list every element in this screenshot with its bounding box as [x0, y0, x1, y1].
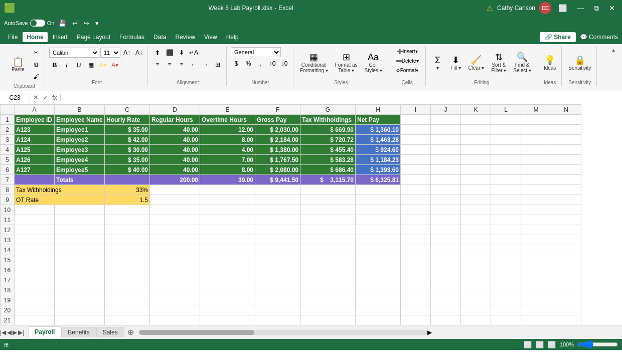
cell-reference-box[interactable]: C23 [0, 94, 30, 101]
indent-dec-button[interactable]: ← [188, 59, 199, 70]
cell-h5[interactable]: $ 1,184.23 [356, 155, 401, 165]
cell-a5[interactable]: A126 [15, 155, 55, 165]
cell-m2[interactable] [521, 125, 551, 135]
sheet-scroll-prev[interactable]: ◀ [7, 329, 12, 336]
col-header-a[interactable]: A [15, 105, 55, 115]
cell-styles-button[interactable]: Aa CellStyles ▾ [362, 51, 385, 75]
cell-f6[interactable]: $ 2,080.00 [255, 165, 300, 175]
cell-k1[interactable] [461, 115, 491, 125]
align-bottom-button[interactable]: ⬇ [176, 47, 187, 58]
col-header-b[interactable]: B [55, 105, 105, 115]
undo-button[interactable]: ↩ [70, 19, 80, 28]
minimize-button[interactable]: — [574, 3, 587, 13]
percent-button[interactable]: % [243, 58, 254, 69]
cell-h6[interactable]: $ 1,393.60 [356, 165, 401, 175]
decrease-font-button[interactable]: A↓ [133, 47, 144, 58]
col-header-c[interactable]: C [105, 105, 150, 115]
cell-m5[interactable] [521, 155, 551, 165]
conditional-formatting-button[interactable]: ▦ ConditionalFormatting ▾ [297, 51, 331, 75]
autosum-button[interactable]: Σ ▾ [430, 54, 446, 72]
cell-m4[interactable] [521, 145, 551, 155]
italic-button[interactable]: I [61, 60, 72, 71]
col-header-g[interactable]: G [300, 105, 356, 115]
cell-i9[interactable] [401, 195, 431, 205]
menu-help[interactable]: Help [222, 32, 243, 42]
customize-quick-access[interactable]: ▾ [93, 19, 101, 28]
cell-j7[interactable] [431, 175, 461, 185]
cell-c6[interactable]: $ 40.00 [105, 165, 150, 175]
cell-i7[interactable] [401, 175, 431, 185]
row-num-1[interactable]: 1 [1, 115, 15, 125]
menu-insert[interactable]: Insert [49, 32, 72, 42]
dec-dec-button[interactable]: ↓0 [279, 58, 290, 69]
row-num-2[interactable]: 2 [1, 125, 15, 135]
cell-d9[interactable] [150, 195, 200, 205]
cell-c2[interactable]: $ 35.00 [105, 125, 150, 135]
cell-i8[interactable] [401, 185, 431, 195]
cell-k6[interactable] [461, 165, 491, 175]
align-right-button[interactable]: ≡ [176, 59, 187, 70]
grid-wrapper[interactable]: A B C D E F G H I J K L M N [0, 104, 622, 325]
cell-b4[interactable]: Employee3 [55, 145, 105, 155]
cell-i2[interactable] [401, 125, 431, 135]
menu-home[interactable]: Home [23, 32, 47, 42]
cell-d4[interactable]: 40.00 [150, 145, 200, 155]
maximize-button[interactable]: ⧉ [591, 3, 602, 14]
row-num-9[interactable]: 9 [1, 195, 15, 205]
cell-k8[interactable] [461, 185, 491, 195]
underline-button[interactable]: U [73, 60, 84, 71]
cell-d8[interactable] [150, 185, 200, 195]
border-button[interactable]: ▦ [85, 60, 96, 71]
cell-c5[interactable]: $ 35.00 [105, 155, 150, 165]
sheet-tab-sales[interactable]: Sales [96, 327, 124, 337]
cell-n8[interactable] [551, 185, 581, 195]
cell-a7[interactable] [15, 175, 55, 185]
cell-h7[interactable]: $ 6,325.81 [356, 175, 401, 185]
cell-l1[interactable] [491, 115, 521, 125]
cell-g3[interactable]: $ 720.72 [300, 135, 356, 145]
normal-view-button[interactable]: ⬜ [524, 341, 532, 348]
cell-k4[interactable] [461, 145, 491, 155]
bold-button[interactable]: B [49, 60, 60, 71]
clear-button[interactable]: 🧹 Clear ▾ [466, 54, 487, 72]
cell-m7[interactable] [521, 175, 551, 185]
cell-a8[interactable]: Tax Withholdings [15, 185, 105, 195]
cell-f7[interactable]: $ 9,441.50 [255, 175, 300, 185]
cell-b7[interactable]: Totals [55, 175, 105, 185]
cell-l3[interactable] [491, 135, 521, 145]
col-header-e[interactable]: E [200, 105, 255, 115]
cell-d5[interactable]: 40.00 [150, 155, 200, 165]
cell-i3[interactable] [401, 135, 431, 145]
cell-g4[interactable]: $ 455.40 [300, 145, 356, 155]
cell-n1[interactable] [551, 115, 581, 125]
page-break-view-button[interactable]: ⬜ [548, 341, 556, 348]
row-num-6[interactable]: 6 [1, 165, 15, 175]
cell-i4[interactable] [401, 145, 431, 155]
cell-f8[interactable] [255, 185, 300, 195]
cell-n5[interactable] [551, 155, 581, 165]
cell-e1[interactable]: Overtime Hours [200, 115, 255, 125]
font-size-select[interactable]: 11 [100, 48, 120, 58]
cell-h4[interactable]: $ 924.60 [356, 145, 401, 155]
cell-n6[interactable] [551, 165, 581, 175]
cell-f1[interactable]: Gross Pay [255, 115, 300, 125]
cell-h2[interactable]: $ 1,360.10 [356, 125, 401, 135]
number-format-select[interactable]: General [231, 47, 281, 57]
font-name-select[interactable]: Calibri [49, 48, 99, 58]
sort-filter-button[interactable]: ⇅ Sort &Filter ▾ [489, 51, 509, 75]
cell-m9[interactable] [521, 195, 551, 205]
cell-l4[interactable] [491, 145, 521, 155]
cell-a9[interactable]: OT Rate [15, 195, 105, 205]
h-scrollbar-thumb[interactable] [139, 330, 254, 335]
dollar-button[interactable]: $ [231, 58, 242, 69]
cell-l5[interactable] [491, 155, 521, 165]
cell-b3[interactable]: Employee2 [55, 135, 105, 145]
col-header-n[interactable]: N [551, 105, 581, 115]
cell-c9[interactable]: 1.5 [105, 195, 150, 205]
save-quick-button[interactable]: 💾 [56, 19, 68, 28]
align-left-button[interactable]: ≡ [152, 59, 163, 70]
cell-e5[interactable]: 7.00 [200, 155, 255, 165]
cell-c1[interactable]: Hourly Rate [105, 115, 150, 125]
col-header-h[interactable]: H [356, 105, 401, 115]
cell-e6[interactable]: 8.00 [200, 165, 255, 175]
